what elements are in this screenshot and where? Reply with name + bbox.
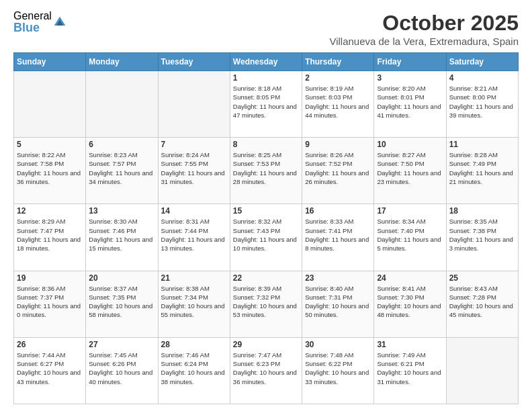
calendar-cell: 21Sunrise: 8:38 AM Sunset: 7:34 PM Dayli…	[158, 271, 230, 337]
month-title: October 2025	[329, 11, 519, 36]
calendar-cell: 24Sunrise: 8:41 AM Sunset: 7:30 PM Dayli…	[374, 271, 446, 337]
calendar-week-1: 1Sunrise: 8:18 AM Sunset: 8:05 PM Daylig…	[14, 71, 519, 138]
day-number: 17	[377, 206, 443, 216]
day-number: 3	[377, 73, 443, 83]
calendar-cell: 4Sunrise: 8:21 AM Sunset: 8:00 PM Daylig…	[446, 71, 518, 138]
calendar-cell: 7Sunrise: 8:24 AM Sunset: 7:55 PM Daylig…	[158, 138, 230, 204]
day-info: Sunrise: 8:20 AM Sunset: 8:01 PM Dayligh…	[377, 84, 443, 120]
logo-general: General	[13, 11, 52, 21]
day-number: 27	[89, 340, 154, 349]
calendar-header-wednesday: Wednesday	[230, 53, 302, 71]
day-info: Sunrise: 8:39 AM Sunset: 7:32 PM Dayligh…	[233, 284, 299, 320]
calendar-cell: 13Sunrise: 8:30 AM Sunset: 7:46 PM Dayli…	[86, 204, 158, 271]
day-info: Sunrise: 7:47 AM Sunset: 6:23 PM Dayligh…	[233, 351, 299, 386]
day-info: Sunrise: 8:21 AM Sunset: 8:00 PM Dayligh…	[449, 84, 515, 120]
calendar-week-4: 19Sunrise: 8:36 AM Sunset: 7:37 PM Dayli…	[14, 271, 519, 337]
day-info: Sunrise: 8:22 AM Sunset: 7:58 PM Dayligh…	[17, 150, 83, 186]
calendar-week-3: 12Sunrise: 8:29 AM Sunset: 7:47 PM Dayli…	[14, 204, 519, 271]
day-info: Sunrise: 8:35 AM Sunset: 7:38 PM Dayligh…	[449, 217, 515, 253]
calendar-cell	[446, 337, 518, 404]
day-number: 24	[377, 273, 443, 283]
calendar-cell: 2Sunrise: 8:19 AM Sunset: 8:03 PM Daylig…	[302, 71, 374, 138]
calendar-cell: 5Sunrise: 8:22 AM Sunset: 7:58 PM Daylig…	[14, 138, 86, 204]
day-info: Sunrise: 8:30 AM Sunset: 7:46 PM Dayligh…	[89, 217, 154, 253]
day-number: 4	[449, 73, 515, 83]
calendar-body: 1Sunrise: 8:18 AM Sunset: 8:05 PM Daylig…	[14, 71, 519, 404]
day-info: Sunrise: 8:31 AM Sunset: 7:44 PM Dayligh…	[161, 217, 227, 253]
day-info: Sunrise: 8:40 AM Sunset: 7:31 PM Dayligh…	[305, 284, 371, 320]
calendar-cell	[14, 71, 86, 138]
calendar-cell: 19Sunrise: 8:36 AM Sunset: 7:37 PM Dayli…	[14, 271, 86, 337]
logo-blue: Blue	[13, 21, 52, 34]
calendar-cell: 30Sunrise: 7:48 AM Sunset: 6:22 PM Dayli…	[302, 337, 374, 404]
day-number: 18	[449, 206, 515, 216]
day-info: Sunrise: 7:49 AM Sunset: 6:21 PM Dayligh…	[377, 351, 443, 386]
day-number: 7	[161, 140, 227, 149]
day-number: 12	[17, 206, 83, 216]
calendar-cell: 31Sunrise: 7:49 AM Sunset: 6:21 PM Dayli…	[374, 337, 446, 404]
day-number: 2	[305, 73, 371, 83]
day-number: 1	[233, 73, 299, 83]
calendar-cell: 8Sunrise: 8:25 AM Sunset: 7:53 PM Daylig…	[230, 138, 302, 204]
day-number: 13	[89, 206, 154, 216]
day-number: 16	[305, 206, 371, 216]
day-number: 30	[305, 340, 371, 349]
calendar-table: SundayMondayTuesdayWednesdayThursdayFrid…	[13, 52, 519, 404]
calendar-header-tuesday: Tuesday	[158, 53, 230, 71]
day-info: Sunrise: 7:48 AM Sunset: 6:22 PM Dayligh…	[305, 351, 371, 386]
calendar-cell: 16Sunrise: 8:33 AM Sunset: 7:41 PM Dayli…	[302, 204, 374, 271]
page: General Blue October 2025 Villanueva de …	[0, 0, 532, 411]
calendar-cell: 25Sunrise: 8:43 AM Sunset: 7:28 PM Dayli…	[446, 271, 518, 337]
calendar-header-friday: Friday	[374, 53, 446, 71]
calendar-cell: 10Sunrise: 8:27 AM Sunset: 7:50 PM Dayli…	[374, 138, 446, 204]
calendar-cell: 9Sunrise: 8:26 AM Sunset: 7:52 PM Daylig…	[302, 138, 374, 204]
title-section: October 2025 Villanueva de la Vera, Extr…	[329, 11, 519, 47]
day-info: Sunrise: 8:38 AM Sunset: 7:34 PM Dayligh…	[161, 284, 227, 320]
day-info: Sunrise: 8:36 AM Sunset: 7:37 PM Dayligh…	[17, 284, 83, 320]
calendar-header-thursday: Thursday	[302, 53, 374, 71]
calendar-cell: 27Sunrise: 7:45 AM Sunset: 6:26 PM Dayli…	[86, 337, 158, 404]
day-info: Sunrise: 8:41 AM Sunset: 7:30 PM Dayligh…	[377, 284, 443, 320]
day-info: Sunrise: 8:23 AM Sunset: 7:57 PM Dayligh…	[89, 150, 154, 186]
day-number: 25	[449, 273, 515, 283]
calendar-header-saturday: Saturday	[446, 53, 518, 71]
calendar-cell: 14Sunrise: 8:31 AM Sunset: 7:44 PM Dayli…	[158, 204, 230, 271]
location: Villanueva de la Vera, Extremadura, Spai…	[329, 36, 519, 47]
calendar-cell: 12Sunrise: 8:29 AM Sunset: 7:47 PM Dayli…	[14, 204, 86, 271]
day-number: 31	[377, 340, 443, 349]
day-number: 20	[89, 273, 154, 283]
calendar-cell: 1Sunrise: 8:18 AM Sunset: 8:05 PM Daylig…	[230, 71, 302, 138]
day-info: Sunrise: 8:19 AM Sunset: 8:03 PM Dayligh…	[305, 84, 371, 120]
day-number: 11	[449, 140, 515, 149]
day-number: 28	[161, 340, 227, 349]
day-number: 29	[233, 340, 299, 349]
day-info: Sunrise: 8:33 AM Sunset: 7:41 PM Dayligh…	[305, 217, 371, 253]
day-info: Sunrise: 7:46 AM Sunset: 6:24 PM Dayligh…	[161, 351, 227, 386]
day-number: 5	[17, 140, 83, 149]
day-info: Sunrise: 8:43 AM Sunset: 7:28 PM Dayligh…	[449, 284, 515, 320]
calendar-cell: 23Sunrise: 8:40 AM Sunset: 7:31 PM Dayli…	[302, 271, 374, 337]
day-info: Sunrise: 8:18 AM Sunset: 8:05 PM Dayligh…	[233, 84, 299, 120]
calendar-week-5: 26Sunrise: 7:44 AM Sunset: 6:27 PM Dayli…	[14, 337, 519, 404]
logo-icon	[53, 15, 66, 29]
calendar-cell: 3Sunrise: 8:20 AM Sunset: 8:01 PM Daylig…	[374, 71, 446, 138]
day-number: 19	[17, 273, 83, 283]
calendar-header-monday: Monday	[86, 53, 158, 71]
logo-text: General Blue	[13, 11, 52, 34]
calendar-week-2: 5Sunrise: 8:22 AM Sunset: 7:58 PM Daylig…	[14, 138, 519, 204]
calendar-cell: 11Sunrise: 8:28 AM Sunset: 7:49 PM Dayli…	[446, 138, 518, 204]
day-number: 9	[305, 140, 371, 149]
day-number: 23	[305, 273, 371, 283]
day-info: Sunrise: 8:27 AM Sunset: 7:50 PM Dayligh…	[377, 150, 443, 186]
day-number: 6	[89, 140, 154, 149]
logo: General Blue	[13, 11, 66, 34]
day-info: Sunrise: 7:44 AM Sunset: 6:27 PM Dayligh…	[17, 351, 83, 386]
calendar-cell: 26Sunrise: 7:44 AM Sunset: 6:27 PM Dayli…	[14, 337, 86, 404]
calendar-cell: 22Sunrise: 8:39 AM Sunset: 7:32 PM Dayli…	[230, 271, 302, 337]
day-info: Sunrise: 8:32 AM Sunset: 7:43 PM Dayligh…	[233, 217, 299, 253]
day-info: Sunrise: 8:24 AM Sunset: 7:55 PM Dayligh…	[161, 150, 227, 186]
day-info: Sunrise: 8:28 AM Sunset: 7:49 PM Dayligh…	[449, 150, 515, 186]
calendar-cell: 17Sunrise: 8:34 AM Sunset: 7:40 PM Dayli…	[374, 204, 446, 271]
day-number: 26	[17, 340, 83, 349]
calendar-cell	[86, 71, 158, 138]
